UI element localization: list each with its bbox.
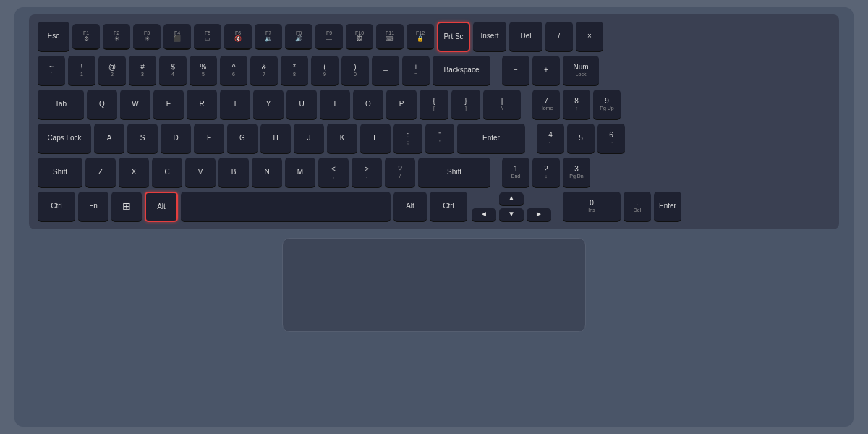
key-semicolon[interactable]: :;: [393, 124, 422, 154]
key-x[interactable]: X: [119, 158, 149, 188]
key-f[interactable]: F: [194, 124, 224, 154]
key-arrow-left[interactable]: ◄: [472, 208, 496, 222]
key-num3[interactable]: 3Pg Dn: [563, 158, 590, 188]
key-alt-right[interactable]: Alt: [393, 192, 427, 222]
key-7[interactable]: &7: [250, 56, 278, 86]
key-esc[interactable]: Esc: [38, 22, 69, 52]
key-num6[interactable]: 6→: [597, 124, 625, 154]
key-comma[interactable]: <,: [318, 158, 349, 188]
key-9[interactable]: (9: [311, 56, 339, 86]
key-4[interactable]: $4: [159, 56, 187, 86]
key-l[interactable]: L: [360, 124, 391, 154]
key-arrow-down[interactable]: ▼: [499, 208, 524, 222]
key-minus[interactable]: _-: [372, 56, 399, 86]
key-num0[interactable]: 0Ins: [563, 192, 621, 222]
key-tab[interactable]: Tab: [38, 90, 84, 120]
key-num-plus[interactable]: +: [532, 56, 560, 86]
key-times-nav[interactable]: ×: [576, 22, 603, 52]
key-y[interactable]: Y: [253, 90, 284, 120]
key-period[interactable]: >.: [352, 158, 382, 188]
key-6[interactable]: ^6: [220, 56, 247, 86]
key-r[interactable]: R: [187, 90, 217, 120]
key-n[interactable]: N: [252, 158, 282, 188]
key-f2[interactable]: F2☀: [103, 24, 130, 50]
key-arrow-up[interactable]: ▲: [499, 192, 524, 206]
key-8[interactable]: *8: [281, 56, 308, 86]
key-f11[interactable]: F11⌨: [376, 24, 404, 50]
key-b[interactable]: B: [218, 158, 249, 188]
key-f10[interactable]: F10🖼: [346, 24, 373, 50]
key-num7[interactable]: 7Home: [532, 90, 560, 120]
row-bottom: Ctrl Fn ⊞ Alt Alt Ctrl ▲ ◄ ▼ ► 0Ins .Del: [38, 192, 830, 222]
key-f8[interactable]: F8🔊: [285, 24, 312, 50]
key-d[interactable]: D: [161, 124, 191, 154]
key-backslash[interactable]: |\: [483, 90, 521, 120]
key-windows[interactable]: ⊞: [111, 192, 142, 222]
key-arrow-right[interactable]: ►: [527, 208, 551, 222]
key-m[interactable]: M: [285, 158, 315, 188]
key-shift-left[interactable]: Shift: [38, 158, 82, 188]
key-rbracket[interactable]: }]: [451, 90, 480, 120]
key-ctrl-left[interactable]: Ctrl: [38, 192, 75, 222]
key-j[interactable]: J: [294, 124, 324, 154]
key-lbracket[interactable]: {[: [420, 90, 448, 120]
key-q[interactable]: Q: [87, 90, 117, 120]
key-enter[interactable]: Enter: [457, 124, 525, 154]
key-i[interactable]: I: [320, 90, 350, 120]
key-h[interactable]: H: [260, 124, 291, 154]
key-t[interactable]: T: [220, 90, 250, 120]
key-num5[interactable]: 5: [567, 124, 595, 154]
key-numlock[interactable]: NumLock: [563, 56, 599, 86]
key-f4[interactable]: F4⬛: [163, 24, 191, 50]
key-0[interactable]: )0: [341, 56, 369, 86]
key-fwdslash[interactable]: ?/: [385, 158, 415, 188]
key-o[interactable]: O: [353, 90, 383, 120]
key-u[interactable]: U: [286, 90, 317, 120]
laptop-body: Esc F1⚙ F2☀ F3☀ F4⬛ F5▭ F6🔇 F7🔉 F8🔊 F9— …: [14, 7, 854, 427]
key-p[interactable]: P: [386, 90, 417, 120]
key-num2[interactable]: 2↓: [532, 158, 560, 188]
key-s[interactable]: S: [127, 124, 158, 154]
key-shift-right[interactable]: Shift: [418, 158, 490, 188]
key-backspace[interactable]: Backspace: [433, 56, 490, 86]
key-num9[interactable]: 9Pg Up: [593, 90, 621, 120]
trackpad[interactable]: [282, 238, 586, 332]
key-c[interactable]: C: [152, 158, 182, 188]
key-num8[interactable]: 8↑: [563, 90, 590, 120]
key-g[interactable]: G: [227, 124, 258, 154]
key-space[interactable]: [181, 192, 391, 222]
key-f5[interactable]: F5▭: [194, 24, 221, 50]
key-2[interactable]: @2: [98, 56, 126, 86]
key-v[interactable]: V: [185, 158, 216, 188]
key-capslock[interactable]: Caps Lock: [38, 124, 91, 154]
key-tilde[interactable]: ~`: [38, 56, 65, 86]
key-3[interactable]: #3: [129, 56, 156, 86]
key-quote[interactable]: "': [425, 124, 454, 154]
key-e[interactable]: E: [153, 90, 184, 120]
key-f7[interactable]: F7🔉: [255, 24, 282, 50]
key-a[interactable]: A: [94, 124, 124, 154]
key-f3[interactable]: F3☀: [133, 24, 161, 50]
key-num4[interactable]: 4←: [537, 124, 564, 154]
key-5[interactable]: %5: [190, 56, 217, 86]
key-f6[interactable]: F6🔇: [224, 24, 252, 50]
key-f12[interactable]: F12🔒: [407, 24, 434, 50]
key-del-top[interactable]: Del: [509, 22, 542, 52]
key-1[interactable]: !1: [68, 56, 95, 86]
key-numdot[interactable]: .Del: [624, 192, 651, 222]
key-ctrl-right[interactable]: Ctrl: [430, 192, 467, 222]
key-num-minus[interactable]: −: [502, 56, 529, 86]
key-alt-left[interactable]: Alt: [145, 192, 178, 222]
key-insert[interactable]: Insert: [473, 22, 506, 52]
key-k[interactable]: K: [327, 124, 357, 154]
key-f9[interactable]: F9—: [315, 24, 343, 50]
key-equals[interactable]: +=: [402, 56, 430, 86]
key-num1[interactable]: 1End: [502, 158, 529, 188]
key-slash-nav[interactable]: /: [545, 22, 573, 52]
key-fn[interactable]: Fn: [78, 192, 109, 222]
key-prtsc[interactable]: Prt Sc: [437, 22, 470, 52]
key-f1[interactable]: F1⚙: [72, 24, 100, 50]
key-numenter[interactable]: Enter: [654, 192, 681, 222]
key-w[interactable]: W: [120, 90, 150, 120]
key-z[interactable]: Z: [85, 158, 116, 188]
